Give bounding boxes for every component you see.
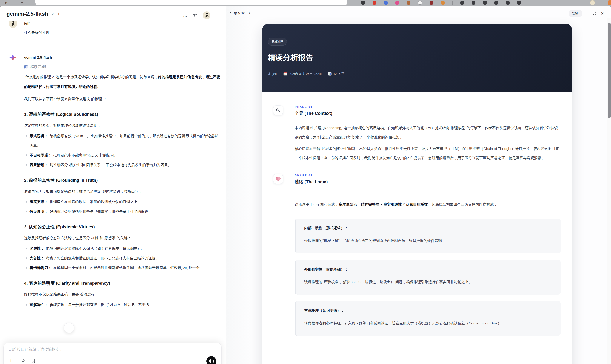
extension-icon[interactable] xyxy=(407,1,411,4)
more-options-button[interactable]: … xyxy=(183,13,188,18)
section-heading: 2. 前提的真实性 (Grounding in Truth) xyxy=(24,177,221,183)
assistant-message: gemini-2.5-flash 精读完成! xyxy=(9,53,221,310)
dimension-card: 主体伦理（认识美德）： 转向推理者的心理特征。引入奥卡姆剃刀和反向论证，旨在克服… xyxy=(295,301,561,336)
phase-formula-paragraph: 该论述基于一个核心公式：高质量结论 = 结构完整性 × 事实准确性 × 认知自律… xyxy=(295,200,561,209)
calendar-icon: 17 xyxy=(283,72,287,76)
dimension-card: 内部一致性（形式逻辑）： 强调推理的“机械正确”。结论必须在给定的规则系统内逻辑… xyxy=(295,219,561,253)
section-heading: 4. 表达的透明度 (Clarity and Transparency) xyxy=(24,280,221,286)
assistant-name: gemini-2.5-flash xyxy=(24,55,52,60)
chat-input-placeholder: 思维接口已就绪，请传输指令。 xyxy=(9,347,63,352)
user-message-text: 什么是好的推理 xyxy=(24,30,221,36)
extension-icon[interactable] xyxy=(608,0,611,5)
version-label: 版本 1/1 xyxy=(234,11,246,15)
prev-version-button[interactable]: ‹ xyxy=(230,11,231,15)
gemini-logo-icon xyxy=(9,53,17,62)
user-avatar[interactable] xyxy=(203,11,211,19)
user-message: jeff 什么是好的推理 xyxy=(9,19,221,36)
thinking-process-badge: 思维过程 xyxy=(268,38,287,46)
scroll-to-bottom-button[interactable]: ↓ xyxy=(64,323,74,333)
card-title: 主体伦理（认识美德）： xyxy=(304,308,552,313)
scrollbar-thumb[interactable] xyxy=(608,23,611,118)
extension-icon[interactable] xyxy=(472,1,475,4)
magnifier-icon xyxy=(273,105,283,115)
extension-icon[interactable] xyxy=(418,1,422,4)
section-heading: 1. 逻辑的严密性 (Logical Soundness) xyxy=(24,111,221,117)
assistant-intro-paragraph: “什么是好的推理？”这是一个涉及逻辑学、认知科学和哲学核心的问题。简单来说，好的… xyxy=(24,72,221,91)
divider xyxy=(17,358,17,363)
card-title: 外部真实性（前提基础）： xyxy=(304,267,552,272)
dimension-cards: 内部一致性（形式逻辑）： 强调推理的“机械正确”。结论必须在给定的规则系统内逻辑… xyxy=(295,219,561,336)
download-icon[interactable]: ↓ xyxy=(586,11,588,15)
extension-icon[interactable] xyxy=(395,1,399,4)
extension-icon[interactable] xyxy=(372,1,376,4)
next-version-button[interactable]: › xyxy=(249,11,250,15)
assistant-lead-paragraph: 我们可以从以下四个维度来衡量什么是“好的推理”： xyxy=(24,94,221,104)
list-item: 客观性：能够识别并尽量排除个人偏见（如幸存者偏差、确认偏差）。 xyxy=(24,244,221,253)
phase-paragraph: 核心情境在于解决“思考的随意性”问题。不论是人类通过批判性思维进行决策，还是大语… xyxy=(295,144,561,163)
new-chat-button[interactable]: + xyxy=(57,11,60,17)
extension-icon[interactable] xyxy=(494,1,498,4)
extension-icon[interactable] xyxy=(361,1,365,4)
author-meta: jeff xyxy=(268,72,277,76)
tune-settings-icon[interactable] xyxy=(193,13,198,18)
bullet-list: 客观性：能够识别并尽量排除个人偏见（如幸存者偏差、确认偏差）。 完备性：考虑了对… xyxy=(24,244,221,273)
artifact-panel: ‹ 版本 1/1 › 复制 ↓ ✕ 思维过程 精读分析报告 xyxy=(226,6,611,364)
chevron-down-icon[interactable]: ∨ xyxy=(51,12,54,16)
waveform-bar xyxy=(211,359,211,363)
extension-icon[interactable] xyxy=(506,1,509,4)
svg-text:17: 17 xyxy=(284,74,286,75)
list-item: 可解释性：步骤清晰，每一步推导都有迹可循（“因为 A，所以 B；基于 B xyxy=(24,300,221,310)
chat-title[interactable]: gemini-2.5-flash xyxy=(6,11,48,17)
phase-1-section: PHASE 01 全景 (The Context) 本内容是对“推理 (Reas… xyxy=(273,105,561,163)
card-body: 强调推理的“经验校准”。解决“GIGO（垃圾进，垃圾出）”问题，确保推理引擎运行… xyxy=(304,277,552,287)
card-body: 强调推理的“机械正确”。结论必须在给定的规则系统内逻辑自洽，这是推理的硬件基础。 xyxy=(304,236,552,246)
report-card: 思维过程 精读分析报告 jeff 17 2026年01月08日 02:45 xyxy=(262,24,572,364)
scrollbar-track[interactable] xyxy=(607,18,611,364)
chat-input-box[interactable]: 思维接口已就绪，请传输指令。 + xyxy=(3,343,222,364)
waveform-bar xyxy=(209,360,210,362)
artifact-actions: 复制 ↓ ✕ xyxy=(569,10,604,16)
waveform-bar xyxy=(212,359,213,364)
phase-2-section: PHASE 02 脉络 (The Logic) 该论述基于一个核心公式：高质量结… xyxy=(273,174,561,209)
section-intro: 这是推理的基石。好的推理必须遵循逻辑法则： xyxy=(24,120,221,130)
browser-url-bar[interactable] xyxy=(36,0,347,5)
list-item: 形式逻辑：结构必须有效（Valid）。比如演绎推理中，如果前提全部为真，那么通过… xyxy=(24,131,221,150)
extension-icon[interactable] xyxy=(430,1,433,4)
copy-button[interactable]: 复制 xyxy=(569,10,582,16)
expand-fullscreen-icon[interactable] xyxy=(593,11,596,15)
app-window: gemini-2.5-flash ∨ + … xyxy=(0,6,611,364)
report-title: 精读分析报告 xyxy=(268,52,313,63)
section-intro: 这涉及推理者的心态和方法论，也是区分“杠精”和“思想家”的关键： xyxy=(24,233,221,243)
list-item: 因果清晰：能准确区分“相关性”和“因果关系”，不会轻率地将先后发生的事情归为因果… xyxy=(24,160,221,170)
list-item: 事实支撑：推理建立在可靠的数据、准确的观测或公认的真理之上。 xyxy=(24,197,221,207)
extension-toolbar xyxy=(361,1,521,4)
waveform-bar xyxy=(213,360,214,363)
browser-profile-avatar[interactable] xyxy=(590,0,595,5)
report-hero: 思维过程 精读分析报告 jeff 17 2026年01月08日 02:45 xyxy=(262,24,572,92)
book-icon xyxy=(24,65,28,69)
voice-input-button[interactable] xyxy=(206,356,216,364)
reload-icon[interactable]: ↻ xyxy=(3,0,8,5)
phase-label: PHASE 01 xyxy=(295,105,561,108)
close-icon[interactable]: ✕ xyxy=(601,11,604,16)
assistant-status: 精读完成! xyxy=(24,64,221,70)
phase-label: PHASE 02 xyxy=(295,174,561,177)
extension-icon[interactable] xyxy=(441,1,445,4)
dimension-card: 外部真实性（前提基础）： 强调推理的“经验校准”。解决“GIGO（垃圾进，垃圾出… xyxy=(295,260,561,295)
list-item: 假设透明：好的推理会明确指明哪些是已知事实，哪些是基于可能的假设。 xyxy=(24,207,221,216)
extension-icon[interactable] xyxy=(483,1,487,4)
user-name: jeff xyxy=(24,22,30,26)
skills-diamond-icon[interactable] xyxy=(22,358,27,363)
extension-icon[interactable] xyxy=(517,1,521,4)
attach-plus-button[interactable]: + xyxy=(9,358,12,363)
bookmark-icon[interactable] xyxy=(31,359,35,363)
phase-paragraph: 本内容是对“推理 (Reasoning)”这一抽象概念的高层建模。在知识爆炸与人… xyxy=(295,123,561,142)
card-body: 转向推理者的心理特征。引入奥卡姆剃刀和反向论证，旨在克服人类（或机器）天然存在的… xyxy=(304,318,552,328)
extension-icon[interactable] xyxy=(460,1,464,4)
tabs-icon[interactable]: ▫▫ xyxy=(20,0,25,5)
extension-icon[interactable] xyxy=(384,1,388,4)
brain-icon xyxy=(273,174,283,184)
arrow-down-icon: ↓ xyxy=(68,325,70,330)
browser-chrome: ↻ ▫▫ xyxy=(0,0,611,6)
version-navigator: ‹ 版本 1/1 › xyxy=(230,11,250,15)
